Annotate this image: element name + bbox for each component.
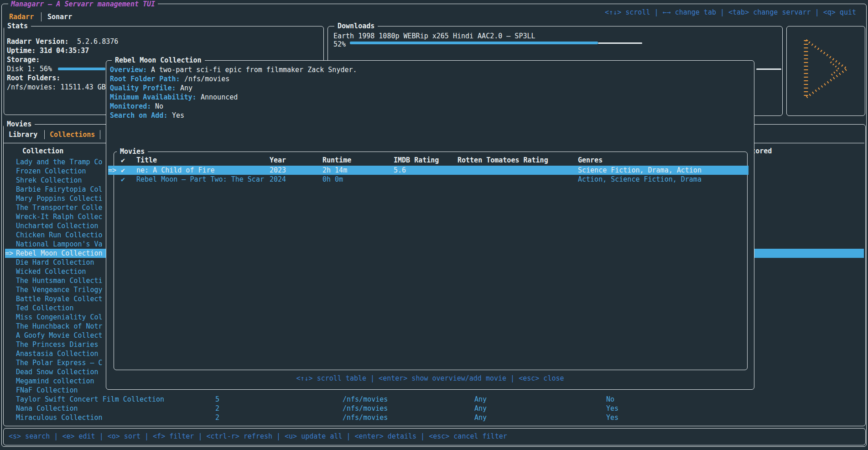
header-title[interactable]: Title — [136, 156, 157, 165]
collection-list-item[interactable]: The Princess Diaries — [16, 340, 105, 349]
collection-list-item[interactable]: The Vengeance Trilogy — [16, 285, 105, 294]
collection-list-item[interactable]: Ted Collection — [16, 303, 105, 313]
collection-list-item[interactable]: Dead Snow Collection — [16, 367, 105, 377]
row-movie-count: 2 — [215, 413, 219, 422]
row-movie-count: 5 — [215, 395, 219, 404]
collection-list-item[interactable]: Uncharted Collection — [16, 221, 105, 230]
collection-list-item[interactable]: National Lampoon's Va — [16, 240, 105, 249]
header-rotten-tomatoes[interactable]: Rotten Tomatoes Rating — [457, 156, 548, 165]
tab-separator — [41, 12, 42, 21]
collection-list-item[interactable]: Lady and the Tramp Co — [16, 157, 105, 167]
header-year[interactable]: Year — [270, 156, 286, 165]
logo-panel — [786, 26, 865, 116]
collection-list-item[interactable]: Die Hard Collection — [16, 258, 105, 267]
monitored-check-icon: ✔ — [121, 166, 125, 175]
popup-footer-keybindings: <↑↓> scroll table | <enter> show overvie… — [106, 374, 754, 383]
row-monitored: Yes — [606, 413, 619, 422]
tab-sonarr[interactable]: Sonarr — [47, 12, 72, 21]
overview-label: Overview: — [110, 65, 147, 74]
row-monitored: Yes — [606, 404, 619, 413]
root-folder-path-label: Root Folder Path: — [110, 74, 180, 84]
search-on-add-label: Search on Add: — [110, 111, 167, 120]
header-runtime[interactable]: Runtime — [322, 156, 351, 165]
collection-list-item[interactable]: Wicked Collection — [16, 267, 105, 276]
root-folder-value: /nfs/movies: 11511.43 GB — [7, 83, 106, 92]
minimum-availability-label: Minimum Availability: — [110, 93, 197, 102]
row-quality-profile: Any — [474, 413, 487, 422]
radarr-version-value: 5.2.6.8376 — [77, 37, 118, 46]
movie-imdb-rating: 5.6 — [394, 166, 406, 175]
root-folder-path-value: /nfs/movies — [184, 74, 229, 84]
monitored-check-icon: ✔ — [121, 175, 125, 184]
movies-panel-title: Movies — [4, 120, 35, 129]
movie-genres: Action, Science Fiction, Drama — [578, 175, 702, 184]
download-progress-track — [598, 42, 642, 44]
collections-header-collection: Collection — [22, 147, 63, 156]
minimum-availability-value: Announced — [201, 93, 238, 102]
collection-list-item[interactable]: Chicken Run Collectio — [16, 230, 105, 240]
collection-list-item[interactable]: Shrek Collection — [16, 176, 105, 185]
managarr-logo-icon — [799, 35, 853, 103]
search-on-add-value: Yes — [172, 111, 184, 120]
popup-title: Rebel Moon Collection — [112, 56, 205, 65]
root-folders-label: Root Folders: — [7, 73, 60, 83]
header-check: ✔ — [121, 156, 125, 165]
movie-genres: Science Fiction, Drama, Action — [578, 166, 702, 175]
download-item-percent: 52% — [333, 40, 346, 49]
collection-list-item-selected[interactable]: Rebel Moon Collection — [16, 249, 105, 258]
top-keybindings: <↑↓> scroll | ←→ change tab | <tab> chan… — [605, 8, 856, 17]
movie-year: 2024 — [270, 175, 286, 184]
collection-list-item[interactable]: The Transporter Colle — [16, 203, 105, 212]
row-root-folder: /nfs/movies — [343, 413, 388, 422]
collection-list-item[interactable]: Battle Royale Collect — [16, 294, 105, 303]
monitored-value: No — [155, 102, 163, 111]
collection-list-item[interactable]: Anastasia Collection — [16, 349, 105, 358]
header-genres[interactable]: Genres — [578, 156, 603, 165]
collection-list-item[interactable]: Mary Poppins Collecti — [16, 194, 105, 203]
row-collection-name: Miraculous Collection — [16, 413, 103, 422]
collection-list-item[interactable]: Frozen Collection — [16, 167, 105, 176]
collection-list-item[interactable]: Wreck-It Ralph Collec — [16, 212, 105, 221]
movie-runtime: 0h 0m — [322, 175, 343, 184]
download-item-title[interactable]: Earth 1998 1080p WEBRip x265 Hindi AAC2.… — [333, 31, 535, 41]
movies-tab-separator — [44, 130, 45, 139]
collection-list-item[interactable]: The Huntsman Collecti — [16, 276, 105, 285]
movie-title: ne: A Child of Fire — [136, 166, 215, 175]
bottom-keybindings: <s> search | <e> edit | <o> sort | <f> f… — [9, 432, 507, 441]
app-title: Managarr – A Servarr management TUI — [8, 0, 158, 9]
stats-panel-title: Stats — [4, 21, 31, 31]
tab-collections[interactable]: Collections — [50, 130, 95, 139]
movie-title: Rebel Moon – Part Two: The Scar — [136, 175, 264, 184]
row-quality-profile: Any — [474, 404, 487, 413]
collection-list-item[interactable]: The Polar Express – C — [16, 358, 105, 367]
popup-movies-table-panel: Movies — [114, 152, 748, 370]
collection-list-item[interactable]: A Goofy Movie Collect — [16, 331, 105, 340]
collection-list-item[interactable]: Barbie Fairytopia Col — [16, 185, 105, 194]
uptime-label: Uptime: — [7, 46, 36, 55]
overview-value: A two-part sci-fi epic from filmmaker Za… — [151, 65, 357, 74]
quality-profile-label: Quality Profile: — [110, 84, 176, 93]
monitored-label: Monitored: — [110, 102, 151, 111]
movie-year: 2023 — [270, 166, 286, 175]
collection-list-item[interactable]: Miss Congeniality Col — [16, 313, 105, 322]
uptime-value: 31d 04:35:37 — [40, 46, 89, 55]
header-imdb-rating[interactable]: IMDB Rating — [394, 156, 439, 165]
movie-row-marker: => — [108, 166, 116, 175]
row-collection-name: Taylor Swift Concert Film Collection — [16, 395, 164, 404]
collection-list-item[interactable]: Megamind collection — [16, 377, 105, 386]
collection-details-popup: Rebel Moon Collection Overview: A two-pa… — [106, 60, 754, 390]
row-quality-profile: Any — [474, 395, 487, 404]
bottom-keybinding-bar: <s> search | <e> edit | <o> sort | <f> f… — [3, 428, 866, 445]
tab-radarr[interactable]: Radarr — [9, 12, 34, 21]
storage-label: Storage: — [7, 55, 40, 64]
collection-list-item[interactable]: FNaF Collection — [16, 386, 105, 395]
movie-runtime: 2h 14m — [322, 166, 347, 175]
downloads-panel-title: Downloads — [334, 21, 378, 31]
download-progress-track-2 — [756, 68, 781, 70]
tab-library[interactable]: Library — [9, 130, 37, 139]
collection-list-item[interactable]: The Hunchback of Notr — [16, 322, 105, 331]
row-movie-count: 2 — [215, 404, 219, 413]
row-root-folder: /nfs/movies — [343, 404, 388, 413]
selected-collection-marker: => — [5, 249, 13, 258]
row-monitored: No — [606, 395, 614, 404]
